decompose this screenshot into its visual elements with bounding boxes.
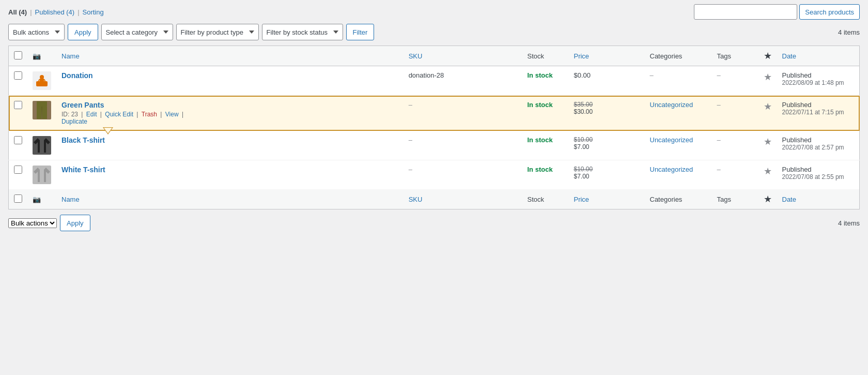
product-sku-cell: donation-28: [404, 66, 522, 96]
image-icon-footer: 📷: [33, 196, 41, 203]
price-new: $30.00: [574, 108, 639, 115]
view-link[interactable]: View: [165, 111, 179, 118]
bulk-actions-select[interactable]: Bulk actions: [8, 24, 65, 40]
filter-button[interactable]: Filter: [346, 24, 375, 40]
sep: |: [100, 111, 103, 118]
product-type-select[interactable]: Filter by product type: [176, 24, 259, 40]
search-area: Search products: [694, 4, 860, 20]
category-link[interactable]: Uncategorized: [650, 136, 693, 144]
product-featured-cell: ★: [758, 131, 777, 160]
select-all-checkbox[interactable]: [14, 51, 22, 59]
table-header-row: 📷 Name SKU Stock Price Categories Tags ★…: [9, 46, 860, 66]
product-name-cell: Green PantsID: 23 | Edit | Quick Edit | …: [56, 96, 404, 131]
select-all-header[interactable]: [9, 46, 28, 66]
date-value: 2022/07/08 at 2:55 pm: [782, 173, 855, 181]
svg-marker-4: [37, 107, 42, 119]
col-name-header[interactable]: Name: [56, 46, 404, 66]
col-featured-footer: ★: [758, 189, 777, 209]
product-stock-cell: In stock: [522, 160, 568, 190]
col-tags-header: Tags: [712, 46, 758, 66]
product-stock-cell: In stock: [522, 96, 568, 131]
sep2: |: [78, 8, 79, 16]
quick-edit-arrow: [103, 127, 113, 134]
product-date-cell: Published2022/07/11 at 7:15 pm: [777, 96, 860, 131]
products-table: 📷 Name SKU Stock Price Categories Tags ★…: [8, 46, 860, 209]
product-stock-cell: In stock: [522, 131, 568, 160]
row-checkbox[interactable]: [14, 136, 22, 144]
row-checkbox[interactable]: [14, 166, 22, 174]
col-image-footer: 📷: [27, 189, 56, 209]
featured-star-button[interactable]: ★: [764, 137, 772, 147]
product-categories-cell: Uncategorized: [645, 131, 712, 160]
apply-button-bottom[interactable]: Apply: [60, 215, 90, 231]
col-stock-header: Stock: [522, 46, 568, 66]
col-date-footer[interactable]: Date: [777, 189, 860, 209]
svg-rect-0: [36, 81, 48, 86]
product-featured-cell: ★: [758, 160, 777, 190]
price-new: $7.00: [574, 143, 639, 151]
category-link[interactable]: Uncategorized: [650, 166, 693, 173]
col-price-header[interactable]: Price: [568, 46, 644, 66]
col-name-footer[interactable]: Name: [56, 189, 404, 209]
svg-rect-2: [40, 79, 44, 81]
product-image-cell: [27, 131, 56, 160]
product-date-cell: Published2022/07/08 at 2:55 pm: [777, 160, 860, 190]
select-all-footer[interactable]: [9, 189, 28, 209]
col-sku-header[interactable]: SKU: [404, 46, 522, 66]
items-count-top: 4 items: [838, 28, 860, 36]
stock-status-select[interactable]: Filter by stock status: [262, 24, 343, 40]
trash-link[interactable]: Trash: [142, 111, 157, 118]
svg-point-1: [40, 75, 44, 79]
pants-icon: [35, 101, 49, 119]
edit-link[interactable]: Edit: [86, 111, 97, 118]
tab-all[interactable]: All (4): [8, 8, 27, 16]
product-name-link[interactable]: Donation: [61, 71, 93, 80]
date-status: Published: [782, 166, 855, 173]
svg-marker-8: [34, 168, 50, 182]
product-date-cell: Published2022/07/08 at 2:57 pm: [777, 131, 860, 160]
row-checkbox[interactable]: [14, 71, 22, 80]
product-categories-cell: –: [645, 66, 712, 96]
col-sku-footer[interactable]: SKU: [404, 189, 522, 209]
apply-button-top[interactable]: Apply: [68, 24, 98, 40]
quick-edit-link[interactable]: Quick Edit: [105, 111, 133, 118]
bulk-actions-select-bottom[interactable]: Bulk actions: [8, 218, 57, 228]
row-checkbox[interactable]: [14, 101, 22, 109]
product-price-cell: $0.00: [568, 66, 644, 96]
category-select[interactable]: Select a category: [101, 24, 173, 40]
featured-star-button[interactable]: ★: [764, 72, 772, 82]
tab-navigation: All (4) | Published (4) | Sorting: [8, 8, 104, 16]
sep: |: [136, 111, 140, 118]
col-categories-header: Categories: [645, 46, 712, 66]
product-price-cell: $10.00$7.00: [568, 131, 644, 160]
price-single: $0.00: [574, 71, 591, 79]
row-checkbox-cell: [9, 96, 28, 131]
product-id: ID: 23: [61, 111, 78, 118]
donation-icon: [34, 73, 50, 88]
table-row: White T-shirtID: 25 | Edit | Quick Edit …: [9, 160, 860, 190]
product-categories-cell: Uncategorized: [645, 96, 712, 131]
product-stock-cell: In stock: [522, 66, 568, 96]
search-button[interactable]: Search products: [799, 4, 860, 20]
duplicate-link[interactable]: Duplicate: [61, 118, 87, 125]
date-value: 2022/08/09 at 1:48 pm: [782, 79, 855, 86]
items-count-bottom: 4 items: [838, 219, 860, 227]
product-name-link[interactable]: White T-shirt: [61, 166, 105, 174]
col-price-footer[interactable]: Price: [568, 189, 644, 209]
product-tags-cell: –: [712, 131, 758, 160]
tab-published[interactable]: Published (4): [35, 8, 75, 16]
search-input[interactable]: [694, 4, 797, 20]
category-link[interactable]: Uncategorized: [650, 101, 693, 109]
product-featured-cell: ★: [758, 96, 777, 131]
select-all-checkbox-bottom[interactable]: [14, 194, 22, 203]
featured-star-button[interactable]: ★: [764, 101, 772, 112]
date-status: Published: [782, 101, 855, 109]
featured-star-button[interactable]: ★: [764, 166, 772, 176]
price-old: $35.00: [574, 101, 639, 108]
product-name-link[interactable]: Green Pants: [61, 101, 104, 109]
tab-sorting[interactable]: Sorting: [83, 8, 104, 16]
col-date-header[interactable]: Date: [777, 46, 860, 66]
product-tags-cell: –: [712, 66, 758, 96]
product-name-link[interactable]: Black T-shirt: [61, 136, 105, 144]
product-name-cell: White T-shirtID: 25 | Edit | Quick Edit …: [56, 160, 404, 190]
